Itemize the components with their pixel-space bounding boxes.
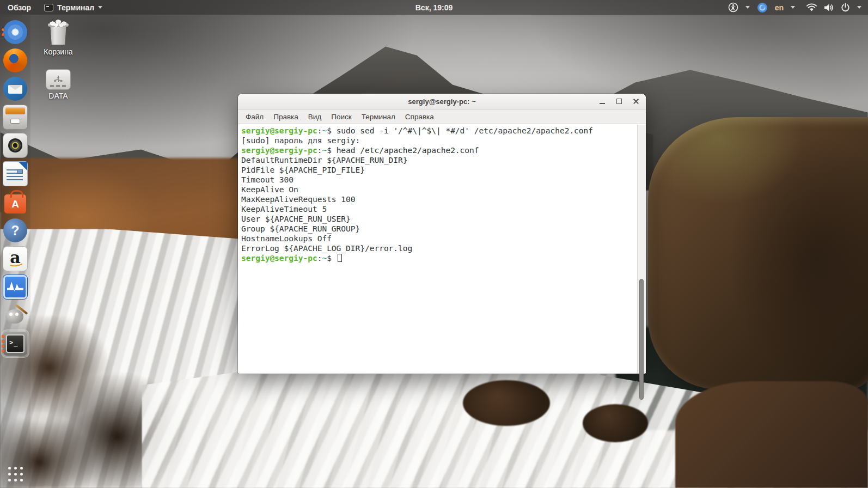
trash-label: Корзина (36, 47, 80, 56)
wallpaper-rock-bottom-right (675, 381, 868, 488)
wifi-icon (806, 3, 817, 12)
maximize-icon (616, 99, 622, 104)
accessibility-menu[interactable] (728, 2, 738, 13)
sysmon-icon (3, 275, 27, 299)
menu-item-3[interactable]: Поиск (326, 113, 356, 121)
power-icon (841, 3, 850, 12)
activities-button[interactable]: Обзор (8, 3, 31, 12)
dock-item-thunderbird[interactable] (1, 75, 29, 103)
window-titlebar[interactable]: sergiy@sergiy-pc: ~ (238, 94, 646, 109)
terminal-output-line: Timeout 300 (241, 175, 635, 185)
files-icon (3, 105, 27, 129)
terminal-output-line: DefaultRuntimeDir ${APACHE_RUN_DIR} (241, 155, 635, 165)
terminal-prompt-line: sergiy@sergiy-pc:~$ (241, 253, 635, 263)
clock[interactable]: Вск, 19:09 (415, 3, 453, 12)
window-title: sergiy@sergiy-pc: ~ (408, 97, 475, 106)
terminal-output-line: PidFile ${APACHE_PID_FILE} (241, 165, 635, 175)
dock (0, 15, 30, 488)
firefox-icon (3, 48, 27, 72)
chevron-down-icon (791, 6, 795, 9)
usb-drive-icon (46, 69, 71, 90)
minimize-button[interactable] (596, 95, 608, 108)
minimize-icon (600, 103, 605, 104)
terminal-output-line: HostnameLookups Off (241, 234, 635, 243)
terminal-window: sergiy@sergiy-pc: ~ ФайлПравкаВидПоискТе… (238, 94, 646, 374)
desktop-icon-trash[interactable]: Корзина (36, 20, 80, 56)
maximize-button[interactable] (613, 95, 625, 108)
terminal-app-icon (44, 4, 53, 11)
help-icon (3, 218, 27, 242)
app-menu-button[interactable]: Терминал (44, 3, 102, 12)
menu-item-2[interactable]: Вид (303, 113, 326, 121)
wallpaper-midstream-rock (463, 380, 550, 426)
menu-item-4[interactable]: Терминал (357, 113, 400, 121)
accessibility-icon (728, 2, 738, 13)
terminal-output-line: MaxKeepAliveRequests 100 (241, 194, 635, 204)
menu-item-5[interactable]: Справка (400, 113, 439, 121)
volume-indicator[interactable] (824, 3, 834, 12)
rhythmbox-icon (3, 133, 27, 157)
terminal-output-line: Group ${APACHE_RUN_GROUP} (241, 224, 635, 234)
dock-item-amazon[interactable] (1, 245, 29, 273)
thunderbird-icon (3, 77, 27, 101)
terminal-cursor (338, 254, 342, 262)
data-drive-label: DATA (36, 91, 80, 100)
volume-icon (824, 3, 834, 12)
terminal-output-line: KeepAlive On (241, 185, 635, 194)
dock-item-files[interactable] (1, 103, 29, 131)
menu-item-0[interactable]: Файл (241, 113, 268, 121)
gimp-icon (3, 303, 27, 327)
software-icon (4, 194, 26, 213)
chromium-indicator[interactable] (757, 2, 768, 13)
menu-item-1[interactable]: Правка (268, 113, 303, 121)
chromium-icon (3, 20, 27, 44)
chromium-icon (757, 2, 768, 13)
dock-item-rhythmbox[interactable] (1, 131, 29, 160)
terminal-prompt-line: sergiy@sergiy-pc:~$ head /etc/apache2/ap… (241, 145, 635, 155)
desktop-icon-data-drive[interactable]: DATA (36, 66, 80, 100)
writer-icon (3, 162, 27, 186)
terminal-output-line: ErrorLog ${APACHE_LOG_DIR}/error.log (241, 243, 635, 253)
terminal-menubar: ФайлПравкаВидПоискТерминалСправка (238, 109, 646, 124)
trash-icon (46, 20, 71, 46)
scrollbar-thumb[interactable] (639, 279, 644, 400)
dock-item-chromium[interactable] (1, 18, 29, 46)
keyboard-layout-indicator[interactable]: en (775, 3, 784, 12)
terminal-scrollbar[interactable] (637, 125, 646, 374)
chevron-down-icon (857, 6, 861, 9)
dock-item-sysmon[interactable] (1, 273, 29, 301)
terminal-output[interactable]: sergiy@sergiy-pc:~$ sudo sed -i '/^#\|^$… (238, 124, 646, 374)
terminal-prompt-line: sergiy@sergiy-pc:~$ sudo sed -i '/^#\|^$… (241, 126, 635, 136)
dock-item-firefox[interactable] (1, 46, 29, 75)
close-button[interactable] (629, 95, 642, 108)
terminal-output-line: KeepAliveTimeout 5 (241, 204, 635, 214)
running-indicator (2, 335, 4, 352)
dock-items (1, 18, 29, 358)
top-bar: Обзор Терминал Вск, 19:09 en (0, 0, 868, 15)
wallpaper-midstream-rock (583, 404, 648, 442)
terminal-output-line: [sudo] пароль для sergiy: (241, 136, 635, 145)
dock-item-terminal[interactable] (1, 330, 29, 358)
chevron-down-icon (98, 6, 102, 9)
dock-item-software[interactable] (1, 188, 29, 216)
terminal-output-line: User ${APACHE_RUN_USER} (241, 214, 635, 224)
app-menu-label: Терминал (57, 3, 94, 12)
terminal-icon (3, 332, 27, 356)
amazon-icon (3, 247, 27, 271)
chevron-down-icon (745, 6, 750, 9)
running-indicator (2, 28, 4, 36)
show-applications-button[interactable] (8, 467, 23, 481)
power-menu[interactable] (841, 3, 850, 12)
dock-item-help[interactable] (1, 216, 29, 245)
close-icon (633, 98, 639, 105)
dock-item-gimp[interactable] (1, 301, 29, 330)
wifi-indicator[interactable] (806, 3, 817, 12)
wallpaper-boulder-right (648, 117, 868, 389)
dock-item-writer[interactable] (1, 160, 29, 188)
